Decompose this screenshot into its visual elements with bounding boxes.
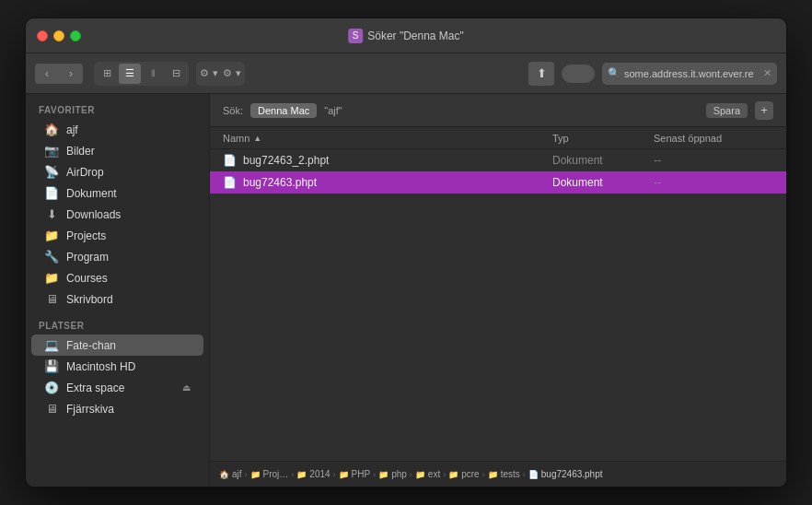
- breadcrumb-separator: ›: [373, 470, 376, 479]
- breadcrumb-separator: ›: [482, 470, 485, 479]
- forward-button[interactable]: ›: [59, 64, 83, 84]
- minimize-button[interactable]: [53, 30, 64, 41]
- finder-window: S Söker "Denna Mac" ‹ › ⊞ ☰ ⦀ ⊟ ⚙ ▾ ⚙ ▾ …: [25, 18, 787, 487]
- sidebar-item-dokument[interactable]: 📄 Dokument: [31, 182, 203, 204]
- table-row[interactable]: 📄 bug72463_2.phpt Dokument --: [210, 149, 786, 171]
- arrange-button[interactable]: ⚙ ▾: [198, 64, 220, 84]
- document-icon: 📄: [44, 186, 59, 200]
- sidebar-item-label: Program: [66, 251, 109, 264]
- sidebar-item-label: Dokument: [66, 187, 117, 200]
- file-date: --: [654, 154, 773, 167]
- file-name: bug72463_2.phpt: [243, 154, 552, 167]
- search-header: Sök: Denna Mac "ajf" Spara +: [210, 94, 786, 127]
- sidebar-item-label: Extra space: [66, 382, 124, 394]
- icon-view-button[interactable]: ⊞: [96, 64, 118, 84]
- sidebar-item-label: Courses: [66, 272, 108, 285]
- sidebar-item-courses[interactable]: 📁 Courses: [31, 267, 203, 288]
- breadcrumb-separator: ›: [443, 470, 446, 479]
- sidebar-item-fate-chan[interactable]: 💻 Fate-chan: [31, 335, 203, 356]
- file-area: Sök: Denna Mac "ajf" Spara + Namn ▲ Typ …: [210, 94, 786, 487]
- download-icon: ⬇: [44, 207, 59, 221]
- search-bar[interactable]: 🔍 some.address.it.wont.ever.re ✕: [602, 63, 777, 85]
- col-name-header[interactable]: Namn ▲: [223, 133, 552, 144]
- sidebar-item-program[interactable]: 🔧 Program: [31, 246, 203, 267]
- disc-icon: 💿: [44, 381, 59, 394]
- places-label: Platser: [26, 310, 209, 335]
- back-button[interactable]: ‹: [35, 64, 59, 84]
- sidebar-item-bilder[interactable]: 📷 Bilder: [31, 140, 203, 161]
- titlebar: S Söker "Denna Mac": [26, 18, 786, 53]
- file-type: Dokument: [552, 154, 654, 167]
- toolbar: ‹ › ⊞ ☰ ⦀ ⊟ ⚙ ▾ ⚙ ▾ ⬆ 🔍 some.address.it.…: [26, 53, 786, 94]
- home-icon: 🏠: [44, 123, 59, 136]
- app-icon: S: [348, 29, 363, 43]
- label-button[interactable]: [562, 65, 595, 83]
- share-button[interactable]: ⬆: [528, 62, 554, 86]
- col-type-header[interactable]: Typ: [552, 133, 654, 144]
- action-button[interactable]: ⚙ ▾: [221, 64, 243, 84]
- sidebar-item-label: AirDrop: [66, 166, 104, 179]
- sidebar-item-label: Downloads: [66, 208, 121, 221]
- nav-buttons: ‹ ›: [35, 64, 83, 84]
- remote-disk-icon: 🖥: [44, 402, 59, 416]
- sidebar-item-skrivbord[interactable]: 🖥 Skrivbord: [31, 288, 203, 310]
- list-view-button[interactable]: ☰: [119, 64, 141, 84]
- harddrive-icon: 💾: [44, 359, 59, 373]
- folder-icon: 📁: [44, 229, 59, 242]
- breadcrumb: 🏠 ajf › 📁 Proj… › 📁 2014 › 📁 PHP: [210, 461, 786, 487]
- action-group: ⚙ ▾ ⚙ ▾: [196, 62, 245, 86]
- search-query: "ajf": [324, 105, 342, 116]
- file-date: --: [654, 176, 773, 189]
- sidebar-item-farrskiva[interactable]: 🖥 Fjärrskiva: [31, 398, 203, 419]
- breadcrumb-item[interactable]: 📁 Proj…: [250, 469, 289, 479]
- sidebar-item-label: Fjärrskiva: [66, 403, 114, 416]
- scope-denna-mac-button[interactable]: Denna Mac: [250, 103, 317, 118]
- photo-icon: 📷: [44, 144, 59, 158]
- sidebar-item-label: ajf: [66, 123, 78, 136]
- breadcrumb-item[interactable]: 🏠 ajf: [219, 469, 242, 479]
- sidebar-item-extra-space[interactable]: 💿 Extra space ⏏: [31, 377, 203, 398]
- folder-icon: 📁: [378, 470, 389, 479]
- sidebar-item-label: Fate-chan: [66, 339, 116, 352]
- sidebar-item-macintosh-hd[interactable]: 💾 Macintosh HD: [31, 356, 203, 377]
- sidebar-item-label: Macintosh HD: [66, 360, 135, 373]
- breadcrumb-item-last[interactable]: 📄 bug72463.phpt: [528, 469, 603, 479]
- search-clear-button[interactable]: ✕: [763, 67, 771, 79]
- file-icon: 📄: [528, 470, 539, 479]
- column-view-button[interactable]: ⦀: [142, 64, 164, 84]
- file-list: 📄 bug72463_2.phpt Dokument -- 📄 bug72463…: [210, 149, 786, 461]
- file-icon: 📄: [223, 154, 238, 167]
- breadcrumb-item[interactable]: 📁 ext: [415, 469, 440, 479]
- breadcrumb-item[interactable]: 📁 PHP: [339, 469, 371, 479]
- breadcrumb-item[interactable]: 📁 php: [378, 469, 407, 479]
- main-content: Favoriter 🏠 ajf 📷 Bilder 📡 AirDrop 📄 Dok…: [26, 94, 786, 487]
- sidebar-item-ajf[interactable]: 🏠 ajf: [31, 119, 203, 140]
- app-icon: 🔧: [44, 250, 59, 264]
- cover-flow-button[interactable]: ⊟: [165, 64, 187, 84]
- view-group: ⊞ ☰ ⦀ ⊟: [94, 62, 189, 86]
- breadcrumb-item[interactable]: 📁 pcre: [448, 469, 479, 479]
- breadcrumb-item[interactable]: 📁 tests: [488, 469, 520, 479]
- traffic-lights: [37, 30, 81, 41]
- table-row[interactable]: 📄 bug72463.phpt Dokument --: [210, 171, 786, 194]
- folder-icon: 📁: [44, 271, 59, 285]
- home-icon: 🏠: [219, 470, 229, 479]
- sidebar-item-downloads[interactable]: ⬇ Downloads: [31, 204, 203, 225]
- save-search-button[interactable]: Spara: [706, 103, 748, 118]
- sidebar-item-airdrop[interactable]: 📡 AirDrop: [31, 161, 203, 182]
- search-label: Sök:: [223, 105, 243, 116]
- breadcrumb-separator: ›: [245, 470, 248, 479]
- add-filter-button[interactable]: +: [755, 101, 773, 120]
- eject-icon[interactable]: ⏏: [182, 382, 191, 393]
- folder-icon: 📁: [448, 470, 458, 479]
- breadcrumb-item[interactable]: 📁 2014: [296, 469, 330, 479]
- sidebar-item-projects[interactable]: 📁 Projects: [31, 225, 203, 246]
- close-button[interactable]: [37, 30, 48, 41]
- desktop-icon: 🖥: [44, 292, 59, 306]
- airdrop-icon: 📡: [44, 165, 59, 179]
- laptop-icon: 💻: [44, 338, 59, 352]
- col-date-header[interactable]: Senast öppnad: [654, 133, 773, 144]
- maximize-button[interactable]: [70, 30, 81, 41]
- folder-icon: 📁: [415, 470, 425, 479]
- file-name: bug72463.phpt: [243, 176, 552, 189]
